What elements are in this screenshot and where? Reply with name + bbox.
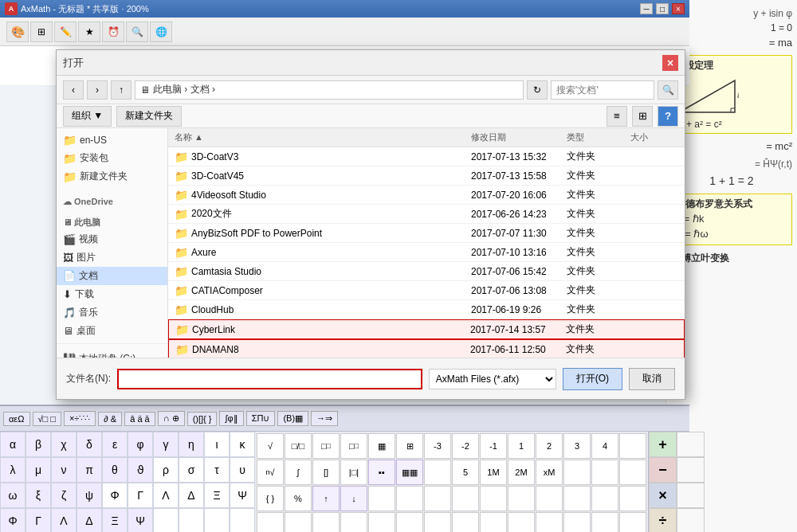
file-row-7[interactable]: 📁 CATIAComposer 2017-07-06 13:08 文件夹 [168,281,685,300]
new-folder-button[interactable]: 新建文件夹 [116,106,182,127]
left-item-music[interactable]: 🎵 音乐 [57,303,167,322]
col-name[interactable]: 名称 ▲ [175,131,471,143]
greek-Gamma2[interactable]: Γ [26,508,51,532]
math-tool-sum[interactable]: ΣΠ∪ [246,411,276,426]
help-button[interactable]: ? [658,106,678,127]
greek-phi[interactable]: φ [128,432,153,457]
greek-Gamma[interactable]: Γ [128,483,153,508]
sym-neg1[interactable]: -1 [480,433,507,459]
file-row-0[interactable]: 📁 3D-CoatV3 2017-07-13 15:32 文件夹 [168,147,685,166]
sym-sup[interactable]: □□ [312,433,340,459]
refresh-button[interactable]: ↻ [527,80,548,100]
toolbar-btn-2[interactable]: ⊞ [30,22,53,42]
file-row-10[interactable]: 📁 DNAMAN8 2017-06-11 12:50 文件夹 [168,339,685,358]
sym-matrix2[interactable]: ⊞ [396,433,423,459]
col-date[interactable]: 修改日期 [471,131,567,143]
greek-psi[interactable]: ψ [77,483,102,508]
sym-int-frac[interactable]: ∫ [285,460,312,485]
greek-nu[interactable]: ν [51,457,77,483]
calc-div[interactable]: ÷ [649,508,677,532]
greek-Phi2[interactable]: Φ [0,508,26,532]
col-type[interactable]: 类型 [567,131,630,143]
greek-xi[interactable]: ξ [26,483,51,508]
toolbar-btn-7[interactable]: 🌐 [150,22,172,42]
math-tool-matrix[interactable]: (B)▦ [277,411,308,426]
math-tool-set[interactable]: ∩ ⊕ [158,411,185,426]
filename-input[interactable] [117,369,422,389]
greek-tau[interactable]: τ [204,457,230,483]
toolbar-btn-3[interactable]: ✏️ [54,22,77,42]
greek-theta[interactable]: θ [102,457,128,483]
sym-arrow-up[interactable]: ↑ [312,486,340,511]
greek-Psi[interactable]: Ψ [230,483,255,508]
restore-button[interactable]: □ [656,3,669,14]
sym-4[interactable]: 4 [591,433,618,459]
greek-vartheta[interactable]: ϑ [128,457,153,483]
sym-matrix1[interactable]: ▦ [368,433,395,459]
math-tool-integral[interactable]: ∫φ‖ [219,411,243,426]
organize-button[interactable]: 组织 ▼ [63,106,112,127]
sym-sub[interactable]: □□ [340,433,367,459]
left-item-video[interactable]: 🎬 视频 [57,230,167,248]
sym-percent[interactable]: % [285,486,312,511]
greek-gamma[interactable]: γ [153,432,179,457]
math-tool-sqrt[interactable]: √□ □ [33,412,61,426]
sym-xm[interactable]: xM [536,460,563,485]
file-row-6[interactable]: 📁 Camtasia Studio 2017-07-06 15:42 文件夹 [168,262,685,281]
sym-matrix4[interactable]: ▦▦ [396,460,423,485]
greek-eta[interactable]: η [179,432,204,457]
left-item-install[interactable]: 📁 安装包 [57,149,167,167]
left-item-images[interactable]: 🖼 图片 [57,248,167,267]
math-tool-partial[interactable]: ∂ & [98,412,122,426]
file-row-4[interactable]: 📁 AnyBizSoft PDF to PowerPoint 2017-07-0… [168,224,685,243]
greek-beta[interactable]: β [26,432,51,457]
calc-minus[interactable]: − [649,457,677,483]
math-toolbar-items[interactable]: αεΩ √□ □ ×÷∵∴ ∂ & â ä ā ∩ ⊕ ()[]{ } ∫φ‖ … [3,411,338,426]
toolbar-icons[interactable]: 🎨 ⊞ ✏️ ★ ⏰ 🔍 🌐 [6,22,172,42]
greek-sigma[interactable]: σ [179,457,204,483]
sym-bracket-a[interactable]: [] [312,460,340,485]
sym-2[interactable]: 2 [536,433,563,459]
greek-iota[interactable]: ι [204,432,230,457]
greek-omega[interactable]: ω [0,483,26,508]
sym-abs[interactable]: |□| [340,460,367,485]
sym-cases[interactable]: { } [257,486,284,511]
left-item-docs[interactable]: 📄 文档 [57,267,167,285]
greek-Delta[interactable]: Δ [179,483,204,508]
left-item-downloads[interactable]: ⬇ 下载 [57,285,167,303]
view-icons-button[interactable]: ⊞ [632,106,653,127]
file-row-1[interactable]: 📁 3D-CoatV45 2017-07-13 15:58 文件夹 [168,166,685,186]
greek-Psi2[interactable]: Ψ [128,508,153,532]
file-row-2[interactable]: 📁 4Videosoft Studio 2017-07-20 16:06 文件夹 [168,186,685,205]
math-tool-arrows[interactable]: →⇒ [311,411,338,426]
sym-frac[interactable]: □/□ [285,433,312,459]
math-tool-greek[interactable]: αεΩ [3,412,30,426]
toolbar-btn-1[interactable]: 🎨 [6,22,29,42]
greek-lambda[interactable]: λ [0,457,26,483]
calc-times[interactable]: × [649,483,677,508]
greek-alpha[interactable]: α [0,432,26,457]
greek-chi[interactable]: χ [51,432,77,457]
greek-kappa[interactable]: κ [230,432,255,457]
greek-epsilon[interactable]: ε [102,432,128,457]
left-item-new-folder[interactable]: 📁 新建文件夹 [57,167,167,186]
sym-neg2[interactable]: -2 [452,433,479,459]
toolbar-btn-4[interactable]: ★ [78,22,100,42]
left-item-c-drive[interactable]: 💾 本地磁盘 (C:) [57,350,167,358]
sym-nsqrt[interactable]: n√ [257,460,284,485]
greek-Xi2[interactable]: Ξ [102,508,128,532]
search-input[interactable] [551,80,654,100]
sym-5[interactable]: 5 [452,460,479,485]
forward-button[interactable]: › [87,80,108,100]
file-row-5[interactable]: 📁 Axure 2017-07-10 13:16 文件夹 [168,243,685,262]
sym-3[interactable]: 3 [563,433,591,459]
file-row-8[interactable]: 📁 CloudHub 2017-06-19 9:26 文件夹 [168,300,685,319]
window-controls[interactable]: ─ □ × [640,3,685,14]
math-tool-brackets[interactable]: ()[]{ } [187,412,218,426]
left-item-desktop[interactable]: 🖥 桌面 [57,322,167,340]
greek-mu[interactable]: μ [26,457,51,483]
col-size[interactable]: 大小 [630,131,678,143]
search-button[interactable]: 🔍 [658,80,678,100]
view-list-button[interactable]: ≡ [607,106,627,127]
greek-pi[interactable]: π [77,457,102,483]
